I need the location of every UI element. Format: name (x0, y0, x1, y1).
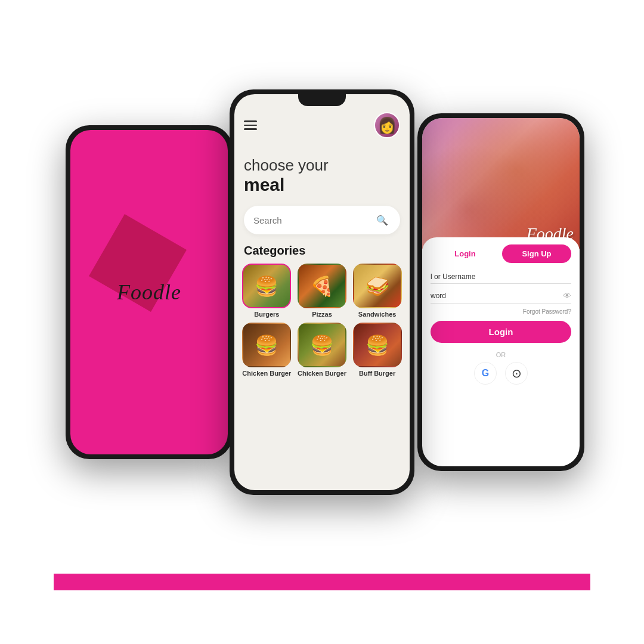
github-login-button[interactable]: ⊙ (505, 362, 528, 385)
search-icon[interactable]: 🔍 (374, 212, 391, 228)
food-card-chicken2[interactable]: 🍔 Chicken Burger (297, 323, 348, 377)
chicken2-emoji: 🍔 (299, 324, 345, 366)
buff-emoji: 🍔 (354, 324, 401, 366)
right-phone-screen: Foodle Login Sign Up l or Username (422, 118, 580, 466)
bottom-strip (54, 574, 590, 590)
github-icon: ⊙ (512, 366, 522, 380)
google-login-button[interactable]: G (474, 362, 497, 385)
categories-title: Categories (234, 244, 410, 264)
food-label-sandwiches: Sandwiches (358, 311, 397, 318)
app-title: choose your meal (234, 144, 410, 201)
title-line1: choose your (244, 156, 400, 175)
password-field-group: word 👁 (431, 289, 571, 304)
food-image-sandwiches: 🥪 (353, 264, 402, 308)
tab-signup[interactable]: Sign Up (502, 244, 571, 263)
center-phone: 👩 choose your meal 🔍 Categories 🍔 (230, 89, 414, 495)
food-card-burgers[interactable]: 🍔 Burgers (242, 264, 292, 318)
search-bar[interactable]: 🔍 (244, 206, 400, 234)
chicken1-emoji: 🍔 (243, 324, 290, 366)
food-image-burgers: 🍔 (242, 264, 291, 308)
center-phone-screen: 👩 choose your meal 🔍 Categories 🍔 (234, 94, 410, 490)
left-phone: Foodle (66, 125, 233, 459)
avatar[interactable]: 👩 (374, 112, 400, 138)
food-label-pizzas: Pizzas (312, 311, 332, 318)
food-card-pizzas[interactable]: 🍕 Pizzas (297, 264, 348, 318)
food-label-chicken1: Chicken Burger (242, 370, 291, 377)
search-input[interactable] (253, 215, 369, 225)
menu-button[interactable] (244, 120, 257, 130)
toggle-password-icon[interactable]: 👁 (563, 291, 571, 301)
password-label: word (431, 292, 446, 300)
food-label-chicken2: Chicken Burger (298, 370, 346, 377)
menu-line-1 (244, 120, 257, 122)
title-line2: meal (244, 175, 400, 195)
food-image-chicken1: 🍔 (242, 323, 291, 367)
tab-login[interactable]: Login (431, 244, 500, 263)
avatar-image: 👩 (377, 116, 397, 135)
password-input[interactable]: word 👁 (431, 289, 571, 304)
sandwich-emoji: 🥪 (354, 265, 401, 307)
food-label-buff: Buff Burger (359, 370, 395, 377)
username-field-group: l or Username (431, 270, 571, 284)
social-buttons: G ⊙ (431, 362, 571, 385)
food-card-buff[interactable]: 🍔 Buff Burger (352, 323, 402, 377)
menu-line-2 (244, 125, 257, 126)
login-area: Login Sign Up l or Username word 👁 (422, 237, 580, 392)
username-input[interactable]: l or Username (431, 270, 571, 284)
food-image-pizzas: 🍕 (298, 264, 346, 308)
or-divider: OR (431, 351, 571, 358)
scene: Foodle Foodle Login Sign Up (54, 54, 590, 590)
food-grid: 🍔 Burgers 🍕 Pizzas 🥪 Sandwiches (234, 264, 410, 377)
food-image-chicken2: 🍔 (298, 323, 346, 367)
food-card-sandwiches[interactable]: 🥪 Sandwiches (352, 264, 402, 318)
left-phone-logo: Foodle (117, 280, 181, 305)
login-tabs: Login Sign Up (431, 244, 571, 263)
food-image-buff: 🍔 (353, 323, 402, 367)
food-label-burgers: Burgers (254, 311, 279, 318)
burger-emoji: 🍔 (243, 265, 290, 307)
right-phone: Foodle Login Sign Up l or Username (417, 113, 584, 471)
login-button[interactable]: Login (431, 321, 571, 343)
notch (298, 94, 346, 106)
menu-line-3 (244, 128, 257, 130)
forgot-password-link[interactable]: Forgot Password? (431, 308, 571, 315)
left-phone-screen: Foodle (70, 130, 228, 454)
google-icon: G (482, 368, 489, 379)
food-background: Foodle (422, 118, 580, 249)
food-card-chicken1[interactable]: 🍔 Chicken Burger (242, 323, 292, 377)
username-label: l or Username (431, 273, 475, 281)
pizza-emoji: 🍕 (299, 265, 345, 307)
